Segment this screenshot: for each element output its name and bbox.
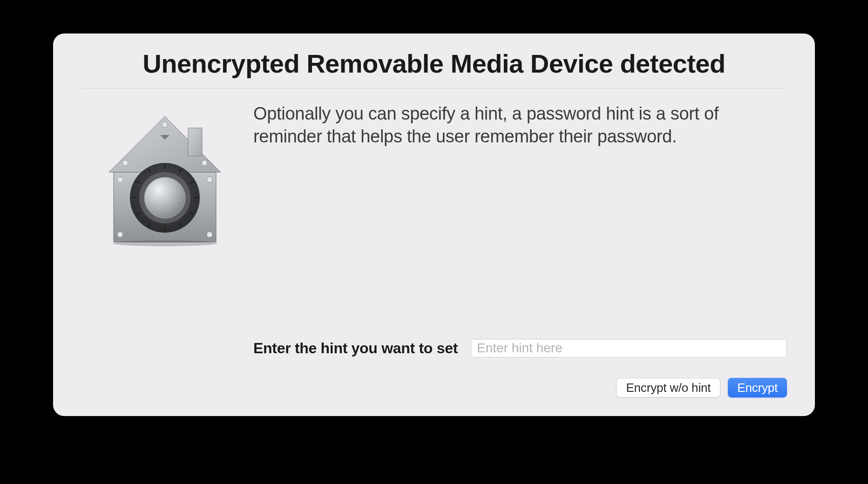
encrypt-button[interactable]: Encrypt — [728, 378, 787, 397]
svg-point-9 — [117, 232, 123, 237]
vault-house-lock-icon — [100, 112, 230, 249]
hint-input-label: Enter the hint you want to set — [253, 340, 458, 357]
hint-input-row: Enter the hint you want to set — [253, 339, 787, 357]
hint-input[interactable] — [471, 339, 787, 357]
svg-point-8 — [207, 177, 212, 182]
svg-point-4 — [122, 160, 128, 166]
svg-point-27 — [113, 241, 217, 246]
svg-point-3 — [162, 122, 168, 128]
button-row: Encrypt w/o hint Encrypt — [253, 378, 787, 397]
svg-point-5 — [202, 160, 207, 166]
encryption-dialog: Unencrypted Removable Media Device detec… — [53, 34, 815, 416]
text-column: Optionally you can specify a hint, a pas… — [249, 102, 787, 397]
icon-column — [81, 102, 249, 397]
svg-point-10 — [207, 232, 212, 237]
spacer — [253, 148, 787, 339]
encrypt-without-hint-button[interactable]: Encrypt w/o hint — [616, 378, 720, 397]
dialog-title: Unencrypted Removable Media Device detec… — [81, 48, 787, 88]
svg-point-7 — [117, 177, 123, 182]
content-area: Optionally you can specify a hint, a pas… — [81, 88, 787, 397]
svg-rect-2 — [188, 128, 202, 156]
dialog-description: Optionally you can specify a hint, a pas… — [253, 102, 787, 148]
